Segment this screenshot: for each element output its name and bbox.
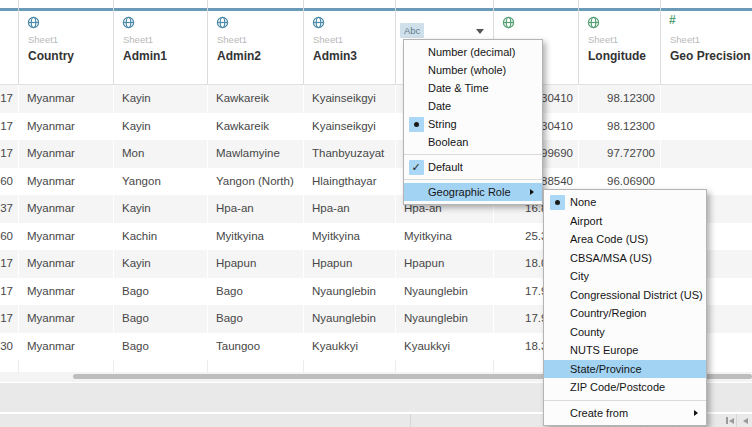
menu-item-county[interactable]: County xyxy=(544,323,706,342)
table-cell: Myanmar xyxy=(18,140,113,168)
radio-selected-icon xyxy=(409,117,424,132)
table-cell: 97.72700 xyxy=(578,140,660,168)
menu-item-number-decimal[interactable]: Number (decimal) xyxy=(404,43,542,61)
menu-item-create-from[interactable]: Create from xyxy=(544,404,706,423)
menu-separator xyxy=(404,179,542,180)
table-cell: 60 xyxy=(0,223,18,251)
menu-item-label: Geographic Role xyxy=(428,186,530,198)
sheet-label: Sheet1 xyxy=(217,34,247,45)
menu-item-label: Date xyxy=(428,100,542,112)
data-type-menu: Number (decimal) Number (whole) Date & T… xyxy=(403,39,543,205)
table-cell: 37 xyxy=(0,195,18,223)
menu-item-area-code-us[interactable]: Area Code (US) xyxy=(544,230,706,249)
table-cell: Hpapun xyxy=(303,250,395,278)
menu-item-label: Boolean xyxy=(428,136,542,148)
menu-item-label: String xyxy=(428,118,542,130)
submenu-arrow-icon xyxy=(530,189,534,195)
data-type-abc-button[interactable]: Abc xyxy=(400,23,424,38)
menu-item-nuts-europe[interactable]: NUTS Europe xyxy=(544,341,706,360)
table-cell: Myitkyina xyxy=(303,223,395,251)
column-header[interactable] xyxy=(0,0,18,85)
menu-item-none[interactable]: None xyxy=(544,193,706,212)
table-cell: Yangon xyxy=(113,168,207,196)
geographic-role-submenu: None Airport Area Code (US) CBSA/MSA (US… xyxy=(543,189,707,426)
table-cell: Kawkareik xyxy=(207,85,303,113)
table-cell: Myanmar xyxy=(18,85,113,113)
table-cell: Bago xyxy=(113,333,207,361)
menu-item-label: Area Code (US) xyxy=(570,233,706,245)
field-accent-bar xyxy=(304,8,395,11)
menu-item-label: State/Province xyxy=(570,363,706,375)
sheet-label: Sheet1 xyxy=(670,34,700,45)
menu-item-default[interactable]: ✓ Default xyxy=(404,158,542,176)
column-name: Admin3 xyxy=(313,49,357,63)
column-header-row: Sheet1Country Sheet1Admin1 Sheet1Admin2 … xyxy=(0,0,752,85)
column-name: Admin2 xyxy=(217,49,261,63)
menu-item-zip-code-postcode[interactable]: ZIP Code/Postcode xyxy=(544,378,706,397)
previous-page-icon[interactable] xyxy=(743,418,748,424)
column-header-geo-precision[interactable]: #Sheet1Geo Precision xyxy=(660,0,752,85)
table-cell: Hpa-an xyxy=(207,195,303,223)
menu-item-label: Congressional District (US) xyxy=(570,289,706,301)
menu-item-label: City xyxy=(570,270,706,282)
table-cell xyxy=(660,140,752,168)
field-accent-bar xyxy=(661,8,752,11)
menu-item-date[interactable]: Date xyxy=(404,97,542,115)
tableau-data-grid-screen: Sheet1Country Sheet1Admin1 Sheet1Admin2 … xyxy=(0,0,752,427)
table-cell: Bago xyxy=(113,305,207,333)
table-cell: Myanmar xyxy=(18,250,113,278)
menu-item-label: Create from xyxy=(570,407,694,419)
table-cell: 17 xyxy=(0,305,18,333)
globe-icon[interactable] xyxy=(312,15,325,28)
sheet-label: Sheet1 xyxy=(28,34,58,45)
globe-icon[interactable] xyxy=(216,15,229,28)
field-accent-bar xyxy=(0,8,18,11)
table-cell: Kyainseikgyi xyxy=(303,85,395,113)
table-cell: Hlaingthayar xyxy=(303,168,395,196)
globe-icon[interactable] xyxy=(502,15,515,28)
table-cell: Kachin xyxy=(113,223,207,251)
menu-item-date-time[interactable]: Date & Time xyxy=(404,79,542,97)
pagination-controls xyxy=(726,417,748,424)
table-cell: Mawlamyine xyxy=(207,140,303,168)
menu-item-string[interactable]: String xyxy=(404,115,542,133)
menu-item-cbsa-msa-us[interactable]: CBSA/MSA (US) xyxy=(544,249,706,268)
menu-item-label: Country/Region xyxy=(570,307,706,319)
menu-item-country-region[interactable]: Country/Region xyxy=(544,304,706,323)
menu-item-geographic-role[interactable]: Geographic Role xyxy=(404,183,542,201)
table-cell: Thanbyuzayat xyxy=(303,140,395,168)
column-header-admin2[interactable]: Sheet1Admin2 xyxy=(207,0,303,85)
menu-item-boolean[interactable]: Boolean xyxy=(404,133,542,151)
menu-item-congressional-district-us[interactable]: Congressional District (US) xyxy=(544,286,706,305)
column-header-admin3[interactable]: Sheet1Admin3 xyxy=(303,0,395,85)
column-header-country[interactable]: Sheet1Country xyxy=(18,0,113,85)
column-name: Geo Precision xyxy=(670,49,751,63)
table-cell: Kayin xyxy=(113,113,207,141)
globe-icon[interactable] xyxy=(587,15,600,28)
panel-divider xyxy=(410,414,411,427)
number-hash-icon[interactable]: # xyxy=(669,13,676,27)
menu-item-label: Number (decimal) xyxy=(428,46,542,58)
radio-selected-icon xyxy=(550,195,565,210)
submenu-arrow-icon xyxy=(694,410,698,416)
menu-item-number-whole[interactable]: Number (whole) xyxy=(404,61,542,79)
globe-icon[interactable] xyxy=(27,15,40,28)
checkmark-icon: ✓ xyxy=(409,160,424,175)
menu-item-label: Default xyxy=(428,161,542,173)
table-cell: Myanmar xyxy=(18,113,113,141)
first-page-icon[interactable] xyxy=(726,417,734,424)
table-cell: 17 xyxy=(0,278,18,306)
globe-icon[interactable] xyxy=(122,15,135,28)
table-cell: Bago xyxy=(207,305,303,333)
table-cell xyxy=(660,85,752,113)
menu-item-city[interactable]: City xyxy=(544,267,706,286)
menu-item-state-province[interactable]: State/Province xyxy=(544,360,706,379)
column-header-longitude[interactable]: Sheet1Longitude xyxy=(578,0,660,85)
menu-item-label: Date & Time xyxy=(428,82,542,94)
table-cell: Myanmar xyxy=(18,195,113,223)
menu-item-airport[interactable]: Airport xyxy=(544,212,706,231)
dropdown-caret-icon[interactable] xyxy=(476,29,484,34)
table-cell: Myanmar xyxy=(18,168,113,196)
field-accent-bar xyxy=(114,8,207,11)
column-header-admin1[interactable]: Sheet1Admin1 xyxy=(113,0,207,85)
